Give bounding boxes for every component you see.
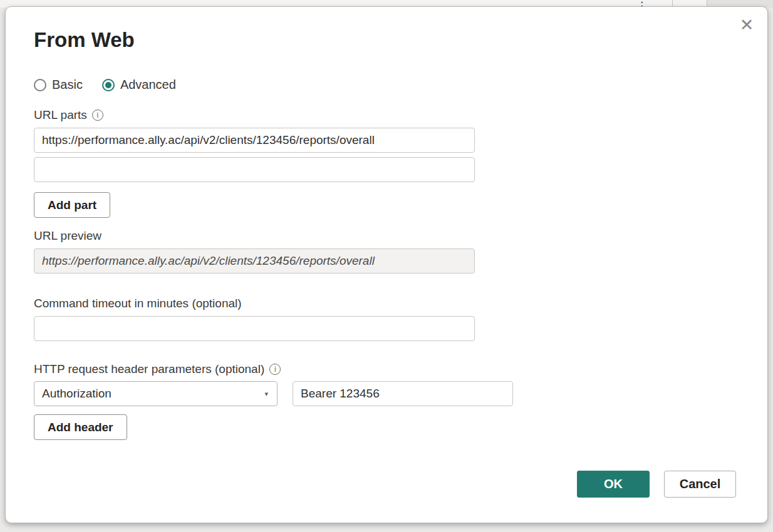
timeout-label-row: Command timeout in minutes (optional)	[34, 297, 242, 310]
from-web-dialog: ✕ From Web Basic Advanced URL parts i Ad…	[5, 6, 768, 523]
timeout-label: Command timeout in minutes (optional)	[34, 297, 242, 310]
url-preview-field	[34, 248, 475, 274]
radio-advanced-circle[interactable]	[102, 79, 115, 91]
radio-advanced[interactable]: Advanced	[102, 78, 176, 92]
page-title: From Web	[34, 28, 135, 52]
radio-basic-label: Basic	[52, 78, 83, 92]
add-part-button[interactable]: Add part	[34, 192, 110, 218]
headers-label-row: HTTP request header parameters (optional…	[34, 362, 281, 376]
url-parts-label: URL parts	[34, 108, 87, 122]
url-preview-label: URL preview	[34, 229, 101, 243]
screen: ⋮ ✕ From Web Basic Advanced URL parts i …	[0, 0, 773, 532]
radio-basic[interactable]: Basic	[34, 78, 83, 92]
ok-button[interactable]: OK	[577, 471, 650, 498]
url-part-input-2[interactable]	[34, 157, 475, 182]
url-part-input-1[interactable]	[34, 128, 475, 153]
header-name-selected-value: Authorization	[42, 387, 112, 401]
url-parts-label-row: URL parts i	[34, 108, 103, 122]
radio-advanced-label: Advanced	[120, 78, 176, 92]
cancel-button[interactable]: Cancel	[664, 471, 736, 498]
headers-label: HTTP request header parameters (optional…	[34, 362, 264, 376]
mode-radio-group: Basic Advanced	[34, 78, 176, 92]
info-icon[interactable]: i	[92, 110, 103, 121]
url-preview-label-row: URL preview	[34, 229, 101, 243]
add-header-button[interactable]: Add header	[34, 414, 127, 440]
info-icon[interactable]: i	[269, 364, 281, 375]
radio-basic-circle[interactable]	[34, 79, 46, 91]
header-name-select[interactable]: Authorization ▾	[34, 381, 278, 406]
chevron-down-icon: ▾	[264, 390, 268, 398]
timeout-input[interactable]	[34, 316, 475, 341]
header-value-input[interactable]	[293, 381, 513, 406]
close-icon[interactable]: ✕	[736, 14, 757, 36]
